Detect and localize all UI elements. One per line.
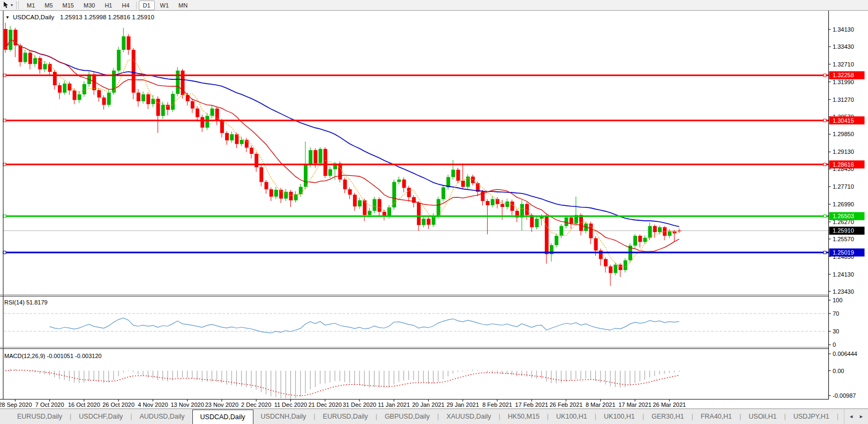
chart-tab-eurusd-daily[interactable]: EURUSD,Daily	[10, 409, 70, 424]
line-handle[interactable]	[3, 163, 6, 166]
candle-body	[211, 108, 214, 116]
timeframe-button-m1[interactable]: M1	[23, 1, 39, 10]
candle-body	[38, 58, 42, 69]
candle-body	[589, 224, 593, 238]
rsi-axis-label: 70	[833, 310, 839, 317]
candle-body	[102, 98, 106, 105]
candle-body	[255, 154, 258, 167]
candle-body	[137, 93, 140, 101]
chart-tab-xauusd-daily[interactable]: XAUUSD,Daily	[439, 409, 498, 424]
candle-body	[230, 134, 234, 140]
chart-tab-fra40-h1[interactable]: FRA40,H1	[693, 409, 739, 424]
timeframe-button-h1[interactable]: H1	[100, 1, 116, 10]
chart-tab-usdjpy-h1[interactable]: USDJPY,H1	[786, 409, 837, 424]
candle-body	[24, 53, 27, 62]
candle-body	[127, 36, 131, 50]
line-handle[interactable]	[824, 74, 826, 77]
chart-title-dropdown-icon[interactable]: ▼	[5, 15, 10, 20]
line-handle[interactable]	[824, 119, 826, 122]
chart-tab-usoil-h1[interactable]: USOil,H1	[741, 409, 784, 424]
candle-body	[417, 203, 421, 225]
timeframe-button-d1[interactable]: D1	[139, 1, 155, 10]
timeframe-button-m15[interactable]: M15	[58, 1, 78, 10]
price-axis-label: 1.23430	[833, 288, 854, 295]
date-axis-label: 29 Jan 2021	[446, 401, 479, 408]
candle-body	[358, 200, 362, 206]
candle-body	[633, 236, 637, 246]
price-axis-label: 1.27710	[833, 183, 854, 190]
chart-tab-dj30-weekly[interactable]: DJ30,Weekly	[839, 409, 844, 424]
date-axis-label: 20 Jan 2021	[412, 401, 445, 408]
cursor-tool-icon[interactable]	[2, 1, 10, 10]
candle-body	[73, 91, 77, 100]
candle-body	[265, 182, 268, 189]
line-handle[interactable]	[824, 251, 826, 254]
line-handle[interactable]	[3, 119, 6, 122]
candle-body	[594, 238, 598, 250]
candle-body	[122, 36, 125, 50]
toolbar-grip[interactable]	[16, 2, 19, 9]
chart-tab-usdcad-daily[interactable]: USDCAD,Daily	[192, 410, 253, 424]
price-axis-label: 1.26990	[833, 201, 854, 207]
price-tag-label: 1.30415	[833, 117, 854, 124]
tab-scroll-left-icon[interactable]: ◄	[849, 414, 854, 419]
candle-body	[619, 265, 623, 270]
date-axis-label: 7 Oct 2020	[35, 401, 64, 408]
chart-tab-audusd-daily[interactable]: AUDUSD,Daily	[132, 409, 192, 424]
price-chart-canvas[interactable]: 1.341301.334301.327101.319901.312701.305…	[0, 11, 868, 408]
chart-tab-uk100-h1[interactable]: UK100,H1	[549, 409, 595, 424]
candle-body	[200, 117, 204, 128]
candle-body	[161, 105, 165, 116]
line-handle[interactable]	[3, 74, 6, 77]
chart-tab-uk100-h1[interactable]: UK100,H1	[596, 409, 642, 424]
candle-body	[392, 182, 396, 207]
candle-body	[373, 199, 377, 211]
price-tag-label: 1.28616	[833, 161, 854, 168]
cursor-tool-dropdown-caret[interactable]: ▾	[11, 3, 13, 8]
timeframe-button-m5[interactable]: M5	[40, 1, 57, 10]
cursor-arrow-icon	[3, 2, 9, 9]
candle-body	[397, 180, 401, 182]
timeframe-button-h4[interactable]: H4	[117, 1, 133, 10]
timeframe-button-m30[interactable]: M30	[79, 1, 99, 10]
date-axis-label: 13 Nov 2020	[170, 401, 204, 408]
line-handle[interactable]	[3, 251, 6, 254]
candle-body	[422, 219, 425, 225]
price-axis-label: 1.25570	[833, 236, 854, 242]
chart-title-ohlc: 1.25913 1.25998 1.25816 1.25910	[60, 14, 154, 20]
chart-tab-eurusd-daily[interactable]: EURUSD,Daily	[316, 409, 376, 424]
candle-body	[555, 236, 558, 245]
chart-tab-gbpusd-daily[interactable]: GBPUSD,Daily	[377, 409, 437, 424]
timeframe-button-mn[interactable]: MN	[174, 1, 192, 10]
candle-body	[141, 94, 145, 101]
chart-tab-ger30-h1[interactable]: GER30,H1	[644, 409, 691, 424]
ma-mid-line	[5, 40, 679, 251]
candle-body	[500, 204, 504, 207]
price-tag-label: 1.25910	[833, 227, 854, 234]
candle-body	[643, 238, 647, 242]
timeframe-button-w1[interactable]: W1	[156, 1, 174, 10]
price-axis-label: 1.24130	[833, 271, 854, 278]
line-handle[interactable]	[824, 163, 826, 166]
candle-body	[313, 150, 317, 163]
date-axis-label: 26 Oct 2020	[102, 401, 134, 408]
candle-body	[442, 188, 445, 199]
tab-scroll-right-icon[interactable]: ►	[859, 414, 864, 419]
price-tag-label: 1.26503	[833, 213, 854, 219]
candle-body	[319, 149, 323, 163]
chart-tab-hk50-m15[interactable]: HK50,M15	[500, 409, 547, 424]
chart-tab-usdcnh-daily[interactable]: USDCNH,Daily	[253, 409, 314, 424]
date-axis-label: 21 Dec 2020	[309, 401, 342, 408]
candle-body	[289, 192, 293, 200]
chart-tab-usdchf-daily[interactable]: USDCHF,Daily	[71, 409, 130, 424]
line-handle[interactable]	[824, 215, 826, 218]
line-handle[interactable]	[3, 215, 6, 218]
candle-body	[343, 180, 347, 189]
candle-body	[156, 99, 160, 116]
candle-body	[250, 148, 253, 154]
candle-body	[299, 187, 303, 195]
candle-body	[53, 72, 57, 85]
tab-scroll-controls: ◄ ►	[844, 409, 868, 424]
candle-body	[525, 204, 529, 215]
candle-body	[545, 216, 549, 254]
